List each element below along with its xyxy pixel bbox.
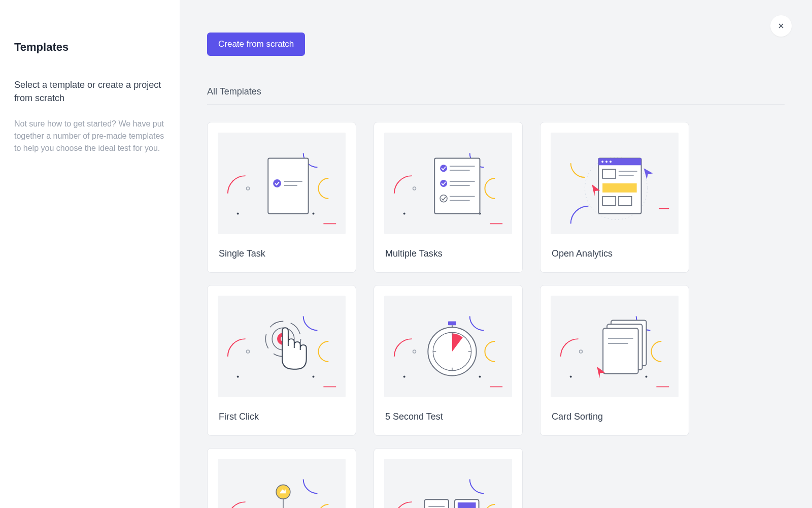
sidebar: Templates Select a template or create a … bbox=[0, 0, 180, 508]
five_second-illustration bbox=[384, 296, 512, 397]
template-card-title: Open Analytics bbox=[540, 234, 689, 272]
first_click-illustration bbox=[218, 296, 346, 397]
template-card-title: 5 Second Test bbox=[374, 397, 522, 435]
template-card[interactable]: First Click bbox=[207, 285, 356, 436]
card_sorting-illustration bbox=[551, 296, 679, 397]
close-button[interactable] bbox=[770, 15, 792, 37]
single_task-illustration bbox=[218, 133, 346, 234]
open_analytics-illustration bbox=[551, 133, 679, 234]
section-title: All Templates bbox=[207, 86, 785, 105]
preference-illustration bbox=[384, 459, 512, 508]
template-card-title: Single Task bbox=[208, 234, 356, 272]
template-card[interactable]: Open Analytics bbox=[540, 122, 689, 273]
sidebar-subtitle: Select a template or create a project fr… bbox=[14, 78, 161, 105]
main: Create from scratch All Templates Single… bbox=[180, 0, 812, 508]
template-card[interactable]: Multiple Tasks bbox=[374, 122, 523, 273]
sidebar-title: Templates bbox=[14, 41, 165, 54]
template-card[interactable] bbox=[374, 448, 523, 508]
template-card-title: Multiple Tasks bbox=[374, 234, 522, 272]
multiple_tasks-illustration bbox=[384, 133, 512, 234]
template-card-title: First Click bbox=[208, 397, 356, 435]
templates-grid: Single TaskMultiple TasksOpen AnalyticsF… bbox=[207, 122, 785, 508]
close-icon bbox=[777, 22, 785, 30]
tree_test-illustration bbox=[218, 459, 346, 508]
sidebar-description: Not sure how to get started? We have put… bbox=[14, 118, 165, 154]
template-card[interactable]: Card Sorting bbox=[540, 285, 689, 436]
template-card-title: Card Sorting bbox=[540, 397, 689, 435]
create-from-scratch-button[interactable]: Create from scratch bbox=[207, 33, 305, 56]
template-card[interactable]: Single Task bbox=[207, 122, 356, 273]
template-card[interactable] bbox=[207, 448, 356, 508]
template-card[interactable]: 5 Second Test bbox=[374, 285, 523, 436]
